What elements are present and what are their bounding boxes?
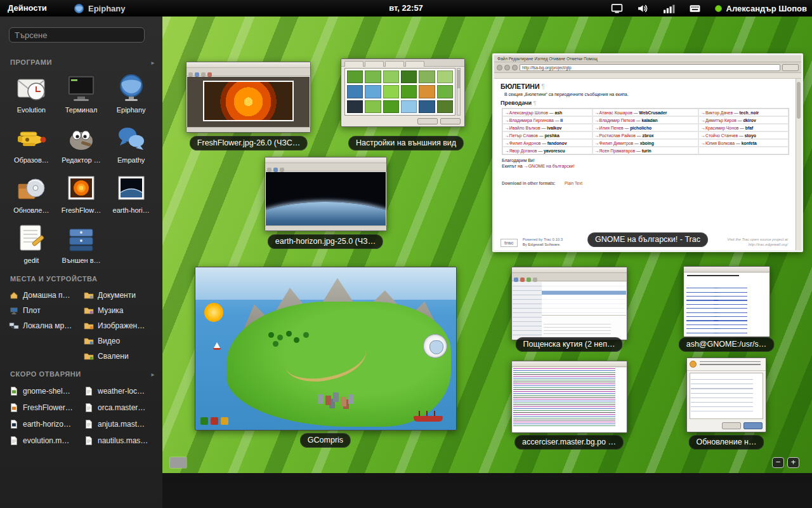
plain-text-link[interactable]: Plain Text	[565, 181, 582, 185]
music-folder-icon	[84, 305, 94, 316]
archive-boxes-icon	[65, 222, 98, 255]
update-package-list	[690, 373, 763, 419]
translator-link[interactable]: →Красимир Чонов	[701, 126, 738, 130]
app-appearance[interactable]: Външен в…	[56, 222, 107, 264]
workspace-thumbnail[interactable]	[170, 457, 187, 468]
translator-link[interactable]: →Виктор Дачев	[701, 110, 733, 115]
user-menu[interactable]: Александър Шопов	[715, 4, 807, 13]
clock[interactable]: вт, 22:57	[389, 0, 423, 17]
network-signal-icon[interactable]	[663, 3, 675, 14]
recent-item[interactable]: weather-loc…	[84, 385, 156, 396]
expander-arrow-icon[interactable]: ▸	[151, 371, 155, 378]
translator-link[interactable]: →Атанас Кошаров	[595, 110, 632, 115]
translator-link[interactable]: →Ивайло Вълков	[505, 126, 540, 130]
translator-link[interactable]: →Филип Андонов	[505, 141, 540, 145]
window-trac-browser[interactable]: Файл Редактиране Изглед Отиване Отметки …	[492, 53, 803, 252]
place-downloads[interactable]: Свалени	[84, 351, 156, 361]
download-label: Download in other formats:	[502, 181, 556, 185]
app-freshflower-image[interactable]: FreshFlow…	[56, 171, 107, 214]
translator-nick: peshka	[538, 133, 560, 138]
home-icon	[9, 290, 19, 300]
window-vim-po-file[interactable]	[511, 361, 627, 433]
window-menubar	[187, 62, 310, 68]
window-title-appearance: Настройки на външния вид	[348, 136, 464, 150]
place-video[interactable]: Видео	[84, 335, 156, 346]
window-toolbar	[512, 273, 627, 281]
translator-link[interactable]: →Владимира Гиргинова	[505, 118, 554, 123]
translator-link[interactable]: →Димитър Киров	[701, 118, 737, 123]
translator-link[interactable]: →Юлия Волкова	[701, 141, 735, 145]
team-text: Екипът на →GNOME на български!	[502, 164, 789, 168]
expander-arrow-icon[interactable]: ▸	[151, 59, 155, 66]
app-earth-image[interactable]: earth-hori…	[106, 171, 156, 214]
app-gedit[interactable]: gedit	[6, 222, 56, 264]
programs-section-header[interactable]: ПРОГРАМИ ▸	[10, 58, 155, 66]
translator-link[interactable]: →Александър Шопов	[505, 110, 548, 115]
software-update-icon	[15, 171, 48, 204]
display-icon[interactable]	[611, 3, 623, 14]
text-file-icon	[84, 386, 94, 396]
translator-link[interactable]: →Ростислав Райков	[595, 133, 636, 138]
translator-link[interactable]: →Явор Доганов	[505, 149, 537, 153]
translator-link[interactable]: →Илия Пенев	[595, 126, 624, 130]
empty-cell	[698, 147, 789, 154]
app-empathy[interactable]: Empathy	[106, 121, 156, 164]
window-appearance-settings[interactable]	[341, 58, 465, 127]
translator-nick: fandonov	[540, 141, 566, 145]
activities-button[interactable]: Дейности	[0, 0, 55, 17]
recent-section-header[interactable]: СКОРО ОТВАРЯНИ ▸	[10, 370, 155, 378]
place-local-network[interactable]: Локална мр…	[9, 320, 81, 331]
window-evolution-mail[interactable]	[511, 267, 627, 340]
focused-app-menu[interactable]: Epiphany	[74, 0, 126, 17]
page-paragraph: В секция „Бюлетини“ са периодичните съоб…	[504, 92, 789, 97]
zoom-out-button[interactable]: −	[772, 457, 784, 468]
window-freshflower[interactable]	[186, 62, 311, 133]
app-software-update[interactable]: Обновле…	[6, 171, 56, 214]
place-music[interactable]: Музика	[84, 305, 156, 316]
place-label: Музика	[98, 306, 124, 315]
translator-link[interactable]: →Ясен Праматаров	[595, 149, 635, 153]
window-gcompris[interactable]	[195, 267, 457, 431]
gnome-bg-link[interactable]: →GNOME на български!	[524, 164, 575, 168]
translator-link[interactable]: →Петър Славов	[505, 133, 538, 138]
app-label: Обновле…	[6, 206, 56, 214]
powered-by: Powered by Trac 0.10.3By Edgewall Softwa…	[523, 237, 563, 247]
window-earth-horizon[interactable]	[265, 157, 387, 231]
window-terminal[interactable]	[683, 266, 770, 337]
app-gcompris[interactable]: Образов…	[6, 121, 56, 164]
zoom-in-button[interactable]: +	[787, 457, 799, 468]
recent-item[interactable]: earth-horizo…	[9, 418, 81, 429]
app-evolution[interactable]: Evolution	[6, 71, 56, 114]
recent-item[interactable]: nautilus.mas…	[84, 435, 156, 446]
sailboat-icon	[214, 342, 220, 348]
recent-item[interactable]: gnome-shel…	[9, 385, 81, 396]
search-input[interactable]	[9, 27, 145, 43]
translator-link[interactable]: →Филип Димитров	[595, 141, 633, 145]
place-documents[interactable]: Документи	[84, 290, 156, 300]
recent-item[interactable]: FreshFlower…	[9, 402, 81, 413]
documents-folder-icon	[84, 290, 94, 300]
volume-icon[interactable]	[637, 3, 649, 14]
workspace-zoom-controls: − +	[772, 457, 799, 468]
go-button	[782, 64, 799, 71]
app-terminal[interactable]: Терминал	[56, 71, 107, 114]
window-software-update[interactable]	[686, 358, 766, 432]
keyboard-icon[interactable]	[689, 3, 701, 14]
translator-link[interactable]: →Стойчо Станчев	[701, 133, 738, 138]
place-desktop[interactable]: Плот	[9, 305, 81, 316]
recent-item[interactable]: anjuta.mast…	[84, 418, 156, 429]
place-pictures[interactable]: Изображен…	[84, 320, 156, 331]
translator-link[interactable]: →Владимир Петков	[595, 118, 635, 123]
empathy-icon	[115, 121, 148, 154]
app-epiphany[interactable]: Epiphany	[106, 71, 156, 114]
recent-item[interactable]: evolution.m…	[9, 435, 81, 446]
window-statusbar	[265, 225, 386, 231]
app-label: Външен в…	[56, 257, 107, 264]
window-menubar	[512, 267, 627, 273]
app-gimp[interactable]: Редактор …	[56, 121, 107, 164]
recent-item[interactable]: orca.master…	[84, 402, 156, 413]
back-icon	[497, 65, 502, 70]
place-home[interactable]: Домашна п…	[9, 290, 81, 300]
app-label: Терминал	[56, 106, 107, 114]
translator-nick: turin	[635, 149, 652, 153]
